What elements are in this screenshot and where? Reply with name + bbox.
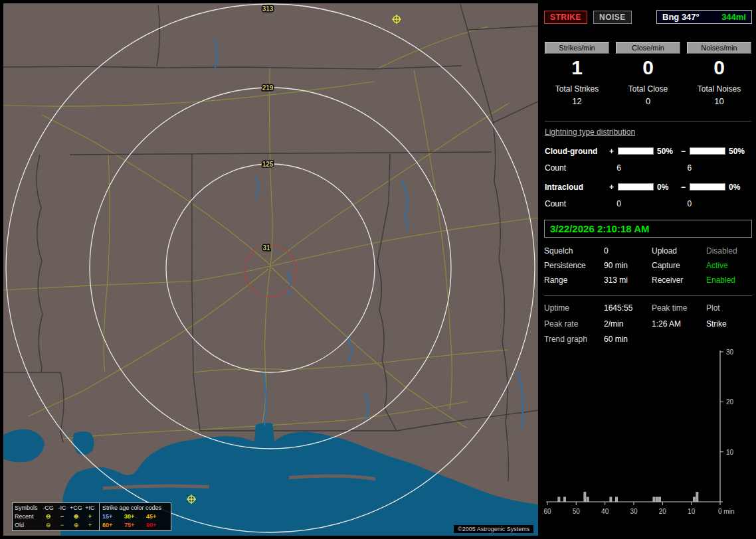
legend-col-pos-ic: +IC: [83, 504, 97, 512]
total-close-label: Total Close: [616, 84, 680, 94]
legend-recent-label: Recent: [15, 512, 41, 521]
range-label-125: 125: [262, 161, 274, 168]
range-label-313: 313: [262, 5, 274, 13]
peak-rate-value: 2/min: [604, 319, 652, 329]
age-code-30: 30+: [124, 512, 146, 521]
total-strikes-value: 12: [545, 96, 609, 106]
close-column: Close/min 0 Total Close 0: [616, 42, 680, 106]
receiver-label: Receiver: [652, 275, 706, 285]
datetime-display: 3/22/2026 2:10:18 AM: [544, 220, 752, 238]
upload-status: Disabled: [706, 246, 752, 256]
uptime-value: 1645:55: [604, 303, 652, 313]
total-strikes-label: Total Strikes: [545, 84, 609, 94]
persistence-label: Persistence: [544, 261, 604, 270]
range-label-31: 31: [262, 244, 270, 252]
trend-graph-row: Trend graph 60 min: [544, 335, 752, 344]
legend-col-neg-ic: -IC: [55, 504, 69, 512]
trend-graph-window: 60 min: [604, 335, 652, 344]
ic-minus-percent: 0%: [727, 183, 751, 192]
minus-sign: −: [679, 147, 688, 156]
nexstorm-app: { "colors": { "accent_green": "#00e000",…: [0, 0, 756, 539]
total-noises-value: 10: [687, 96, 751, 106]
intracloud-row: Intracloud + 0% − 0%: [545, 179, 751, 195]
peak-time-value: 1:26 AM: [652, 319, 706, 329]
cg-plus-bar: [618, 147, 654, 155]
peak-time-label: Peak time: [652, 303, 706, 313]
ic-count-label: Count: [545, 199, 610, 208]
old-neg-ic-icon: −: [55, 521, 69, 530]
strikes-per-min-button[interactable]: Strikes/min: [545, 42, 609, 54]
settings-panel: Squelch 0 Upload Disabled Persistence 90…: [544, 246, 752, 285]
svg-text:40: 40: [601, 508, 609, 515]
noise-indicator-button[interactable]: NOISE: [593, 11, 632, 24]
lightning-map[interactable]: 313 219 125 31 Symbols -CG -IC +CG +IC: [3, 3, 538, 536]
age-code-90: 90+: [146, 521, 168, 530]
cg-minus-bar: [690, 147, 725, 155]
strikes-column: Strikes/min 1 Total Strikes 12: [545, 42, 609, 106]
age-code-60: 60+: [102, 521, 124, 530]
age-code-45: 45+: [146, 512, 168, 521]
cg-plus-count: 6: [610, 163, 680, 173]
total-close-value: 0: [616, 96, 680, 106]
trend-graph-chart: 6050403020100 min302010: [543, 348, 753, 522]
plus-sign: +: [607, 183, 616, 192]
cg-minus-count: 6: [681, 163, 751, 173]
svg-text:30: 30: [630, 508, 638, 515]
legend-age-header: Strike age color codes: [102, 504, 161, 512]
legend-old-label: Old: [15, 521, 41, 530]
noises-per-min-button[interactable]: Noises/min: [687, 42, 751, 54]
noises-per-min-value: 0: [687, 56, 751, 79]
trend-graph-label: Trend graph: [544, 335, 604, 344]
receiver-status: Enabled: [706, 275, 752, 285]
ic-plus-bar: [618, 183, 654, 191]
old-pos-cg-icon: ⊕: [69, 521, 83, 530]
squelch-value: 0: [604, 246, 652, 256]
peak-rate-label: Peak rate: [544, 319, 604, 329]
legend-symbols-header: Symbols: [15, 504, 41, 512]
legend-col-neg-cg: -CG: [41, 504, 55, 512]
cg-plus-percent: 50%: [656, 147, 679, 156]
status-panel: Uptime 1645:55 Peak time Plot Peak rate …: [544, 295, 752, 329]
range-label: Range: [544, 275, 604, 285]
plot-label: Plot: [706, 303, 752, 313]
close-per-min-value: 0: [616, 56, 680, 79]
total-noises-label: Total Noises: [687, 84, 751, 94]
strike-indicator-button[interactable]: STRIKE: [544, 11, 587, 24]
capture-status: Active: [706, 261, 752, 270]
mode-bar: STRIKE NOISE Bng 347° 344mi: [544, 10, 752, 24]
close-per-min-button[interactable]: Close/min: [616, 42, 680, 54]
map-legend: Symbols -CG -IC +CG +IC Recent ⊖ − ⊕ + O…: [12, 502, 171, 531]
intracloud-count-row: Count 0 0: [545, 195, 751, 212]
noises-column: Noises/min 0 Total Noises 10: [687, 42, 751, 106]
bearing-label: Bng 347°: [662, 12, 700, 22]
svg-text:20: 20: [726, 398, 734, 406]
rate-columns: Strikes/min 1 Total Strikes 12 Close/min…: [545, 42, 751, 106]
uptime-label: Uptime: [544, 303, 604, 313]
strikes-per-min-value: 1: [545, 56, 609, 79]
svg-text:60: 60: [543, 508, 551, 515]
cg-count-label: Count: [545, 163, 610, 173]
plot-value: Strike: [706, 319, 752, 329]
ic-plus-count: 0: [610, 199, 680, 208]
legend-col-pos-cg: +CG: [69, 504, 83, 512]
age-code-75: 75+: [124, 521, 146, 530]
cloud-ground-count-row: Count 6 6: [545, 159, 751, 176]
lightning-distribution-panel: Lightning type distribution Cloud-ground…: [545, 121, 751, 212]
svg-text:30: 30: [726, 348, 734, 356]
recent-neg-ic-icon: −: [55, 512, 69, 521]
sidebar: STRIKE NOISE Bng 347° 344mi Strikes/min …: [543, 3, 753, 536]
ic-minus-count: 0: [681, 199, 751, 208]
map-canvas: 313 219 125 31: [3, 3, 538, 536]
recent-pos-cg-icon: ⊕: [69, 512, 83, 521]
bearing-distance: 344mi: [721, 12, 746, 22]
upload-label: Upload: [652, 246, 706, 256]
bearing-box: Bng 347° 344mi: [656, 10, 752, 24]
ic-minus-bar: [690, 183, 725, 191]
minus-sign: −: [679, 183, 688, 192]
distribution-title: Lightning type distribution: [545, 127, 751, 137]
cg-minus-percent: 50%: [727, 147, 751, 156]
svg-text:0 min: 0 min: [718, 508, 734, 515]
cloud-ground-label: Cloud-ground: [545, 147, 607, 156]
intracloud-label: Intracloud: [545, 183, 607, 192]
persistence-value: 90 min: [604, 261, 652, 270]
